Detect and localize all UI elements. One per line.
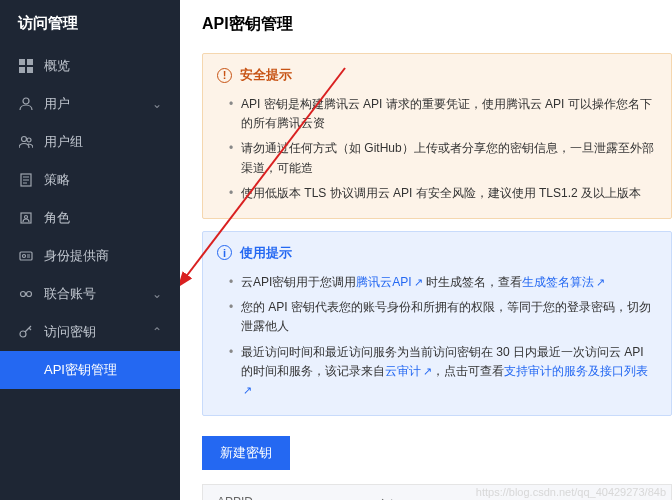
warning-icon: !: [217, 68, 232, 83]
svg-point-13: [27, 292, 32, 297]
chevron-down-icon: ⌄: [152, 287, 162, 301]
sidebar-item-label: 访问密钥: [44, 323, 152, 341]
svg-rect-0: [19, 59, 25, 65]
doc-icon: [18, 172, 34, 188]
sidebar-item-label: API密钥管理: [44, 361, 162, 379]
audit-link[interactable]: 云审计: [385, 364, 421, 378]
page-title: API密钥管理: [202, 14, 672, 35]
sidebar-item-user[interactable]: 用户 ⌄: [0, 85, 180, 123]
usage-alert: i 使用提示 云API密钥用于您调用腾讯云API↗ 时生成签名，查看生成签名算法…: [202, 231, 672, 416]
sidebar: 访问管理 概览 用户 ⌄ 用户组 策略 角色 身份提供商 联合: [0, 0, 180, 500]
svg-point-4: [23, 98, 29, 104]
sidebar-item-label: 用户组: [44, 133, 162, 151]
svg-point-11: [23, 255, 26, 258]
sidebar-title: 访问管理: [0, 0, 180, 47]
sidebar-item-label: 策略: [44, 171, 162, 189]
external-icon: ↗: [414, 276, 423, 288]
key-icon: [18, 324, 34, 340]
alert-item: 使用低版本 TLS 协议调用云 API 有安全风险，建议使用 TLS1.2 及以…: [241, 181, 657, 206]
sidebar-item-policy[interactable]: 策略: [0, 161, 180, 199]
sidebar-item-idp[interactable]: 身份提供商: [0, 237, 180, 275]
sidebar-item-overview[interactable]: 概览: [0, 47, 180, 85]
new-key-button[interactable]: 新建密钥: [202, 436, 290, 470]
svg-rect-3: [27, 67, 33, 73]
sidebar-item-federation[interactable]: 联合账号 ⌄: [0, 275, 180, 313]
svg-point-5: [22, 137, 27, 142]
alert-item: 请勿通过任何方式（如 GitHub）上传或者分享您的密钥信息，一旦泄露至外部渠道…: [241, 136, 657, 180]
role-icon: [18, 210, 34, 226]
sidebar-item-label: 概览: [44, 57, 162, 75]
sidebar-item-label: 身份提供商: [44, 247, 162, 265]
chevron-down-icon: ⌄: [152, 97, 162, 111]
col-header-appid: APPID: [217, 495, 377, 500]
external-icon: ↗: [243, 384, 252, 396]
alert-item: 云API密钥用于您调用腾讯云API↗ 时生成签名，查看生成签名算法↗: [241, 270, 657, 295]
svg-rect-2: [19, 67, 25, 73]
info-icon: i: [217, 245, 232, 260]
svg-point-12: [21, 292, 26, 297]
alert-item: API 密钥是构建腾讯云 API 请求的重要凭证，使用腾讯云 API 可以操作您…: [241, 92, 657, 136]
external-icon: ↗: [596, 276, 605, 288]
watermark: https://blog.csdn.net/qq_40429273/84b: [476, 486, 666, 498]
svg-point-9: [25, 216, 28, 219]
chevron-up-icon: ⌃: [152, 325, 162, 339]
alert-heading: 安全提示: [240, 66, 292, 84]
svg-point-6: [27, 138, 31, 142]
sidebar-item-label: 用户: [44, 95, 152, 113]
sidebar-item-role[interactable]: 角色: [0, 199, 180, 237]
sidebar-item-label: 联合账号: [44, 285, 152, 303]
dashboard-icon: [18, 58, 34, 74]
user-icon: [18, 96, 34, 112]
security-alert: ! 安全提示 API 密钥是构建腾讯云 API 请求的重要凭证，使用腾讯云 AP…: [202, 53, 672, 219]
main-content: API密钥管理 ! 安全提示 API 密钥是构建腾讯云 API 请求的重要凭证，…: [180, 0, 672, 500]
api-link[interactable]: 腾讯云API: [356, 275, 411, 289]
signature-link[interactable]: 生成签名算法: [522, 275, 594, 289]
id-icon: [18, 248, 34, 264]
external-icon: ↗: [423, 365, 432, 377]
sidebar-item-label: 角色: [44, 209, 162, 227]
alert-item: 您的 API 密钥代表您的账号身份和所拥有的权限，等同于您的登录密码，切勿泄露他…: [241, 295, 657, 339]
svg-rect-1: [27, 59, 33, 65]
sidebar-item-apikey[interactable]: API密钥管理: [0, 351, 180, 389]
alert-heading: 使用提示: [240, 244, 292, 262]
users-icon: [18, 134, 34, 150]
sidebar-item-accesskey[interactable]: 访问密钥 ⌃: [0, 313, 180, 351]
link-icon: [18, 286, 34, 302]
sidebar-item-usergroup[interactable]: 用户组: [0, 123, 180, 161]
audit-list-link[interactable]: 支持审计的服务及接口列表: [504, 364, 648, 378]
alert-item: 最近访问时间和最近访问服务为当前访问密钥在 30 日内最近一次访问云 API 的…: [241, 340, 657, 404]
